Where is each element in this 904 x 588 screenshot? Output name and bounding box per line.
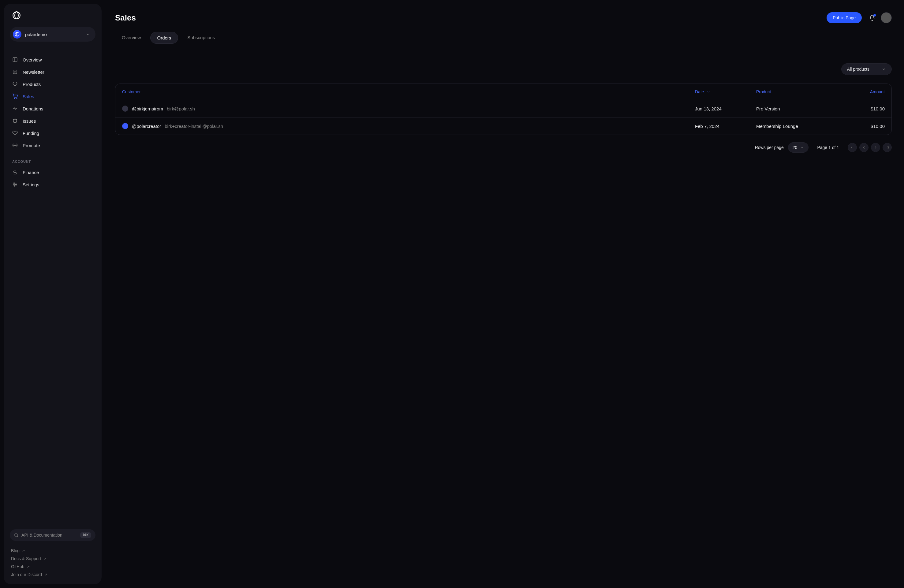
svg-line-20 [17,536,18,537]
sidebar-item-label: Sales [23,94,34,99]
sort-desc-icon [706,90,710,94]
search-kbd: ⌘K [80,532,91,538]
product-filter-dropdown[interactable]: All products [841,63,892,75]
rows-per-page-label: Rows per page [755,145,784,150]
sidebar-item-label: Donations [23,106,43,111]
tab-overview[interactable]: Overview [115,32,148,44]
nav-account: Finance Settings [10,166,95,190]
notifications-button[interactable] [869,15,875,21]
footer-link-blog[interactable]: Blog↗ [11,548,95,553]
public-page-button[interactable]: Public Page [827,12,862,23]
sidebar-item-label: Overview [23,57,42,62]
org-switcher[interactable]: polardemo [10,27,95,42]
table-row[interactable]: @polarcreator birk+creator-install@polar… [115,117,891,135]
sidebar-item-label: Promote [23,143,40,148]
sidebar-item-issues[interactable]: Issues [10,115,95,127]
sidebar-item-settings[interactable]: Settings [10,179,95,190]
rows-per-page-dropdown[interactable]: 20 [788,142,809,153]
sidebar-item-finance[interactable]: Finance [10,166,95,178]
external-link-icon: ↗ [27,565,30,569]
user-avatar[interactable] [881,12,892,23]
customer-email: birk@polar.sh [167,106,195,111]
main-content: Sales Public Page Overview Orders Subscr… [105,0,904,588]
customer-avatar [122,123,128,129]
column-product[interactable]: Product [756,89,842,94]
svg-point-10 [17,98,17,99]
chevron-down-icon [800,146,804,149]
sidebar-item-label: Finance [23,170,39,175]
footer-links: Blog↗ Docs & Support↗ GitHub↗ Join our D… [10,548,95,577]
table-row[interactable]: @birkjernstrom birk@polar.sh Jun 13, 202… [115,100,891,117]
rows-per-page: Rows per page 20 [755,142,809,153]
tab-orders[interactable]: Orders [150,32,179,44]
grid-icon [12,57,18,62]
svg-point-9 [14,98,15,99]
sidebar-item-label: Funding [23,131,39,136]
sidebar-item-label: Settings [23,182,39,187]
date-cell: Jun 13, 2024 [695,106,756,111]
chevron-down-icon [882,67,886,71]
search-icon [14,533,18,537]
external-link-icon: ↗ [43,557,46,561]
sidebar-item-funding[interactable]: Funding [10,127,95,139]
external-link-icon: ↗ [22,549,25,553]
heart-icon [12,130,18,136]
svg-point-0 [13,12,20,19]
pager-buttons [848,143,892,152]
org-avatar [13,30,21,39]
sidebar-item-donations[interactable]: Donations [10,103,95,114]
column-amount[interactable]: Amount [842,89,885,94]
product-cell: Membership Lounge [756,124,842,129]
table-header: Customer Date Product Amount [115,84,891,100]
search-placeholder: API & Documentation [21,533,77,538]
sidebar-item-newsletter[interactable]: Newsletter [10,66,95,78]
filter-row: All products [115,63,892,75]
issues-icon [12,118,18,124]
customer-cell: @birkjernstrom birk@polar.sh [122,106,695,112]
nav-main: Overview Newsletter Products Sales Donat… [10,54,95,151]
svg-rect-4 [13,58,17,62]
newsletter-icon [12,69,18,75]
column-date[interactable]: Date [695,89,756,94]
tabs: Overview Orders Subscriptions [115,32,892,44]
broadcast-icon [12,143,18,148]
customer-avatar [122,106,128,112]
prev-page-button[interactable] [859,143,869,152]
cart-icon [12,94,18,99]
search-docs[interactable]: API & Documentation ⌘K [10,529,95,541]
dollar-icon [12,169,18,175]
pagination: Rows per page 20 Page 1 of 1 [115,142,892,153]
next-page-button[interactable] [871,143,880,152]
sidebar-item-promote[interactable]: Promote [10,140,95,151]
sidebar-item-sales[interactable]: Sales [10,91,95,102]
page-title: Sales [115,13,827,23]
sidebar-item-label: Newsletter [23,69,44,75]
svg-point-2 [15,32,19,36]
page-info: Page 1 of 1 [817,145,839,150]
customer-handle: @polarcreator [132,124,161,129]
last-page-button[interactable] [883,143,892,152]
footer-link-discord[interactable]: Join our Discord↗ [11,572,95,577]
svg-point-19 [15,534,17,536]
page-header: Sales Public Page [115,12,892,23]
footer-link-docs[interactable]: Docs & Support↗ [11,556,95,561]
column-customer[interactable]: Customer [122,89,695,94]
date-cell: Feb 7, 2024 [695,124,756,129]
customer-cell: @polarcreator birk+creator-install@polar… [122,123,695,129]
sidebar-item-products[interactable]: Products [10,78,95,90]
donations-icon [12,106,18,111]
orders-table: Customer Date Product Amount @birkjernst… [115,84,892,135]
svg-point-11 [15,145,16,146]
diamond-icon [12,81,18,87]
tab-subscriptions[interactable]: Subscriptions [180,32,221,44]
amount-cell: $10.00 [842,106,885,111]
app-logo[interactable] [10,11,95,20]
footer-link-github[interactable]: GitHub↗ [11,564,95,569]
product-cell: Pro Version [756,106,842,111]
sidebar-item-overview[interactable]: Overview [10,54,95,65]
amount-cell: $10.00 [842,124,885,129]
notification-dot [873,14,876,17]
first-page-button[interactable] [848,143,857,152]
sidebar-item-label: Issues [23,118,36,124]
svg-point-3 [16,32,18,36]
